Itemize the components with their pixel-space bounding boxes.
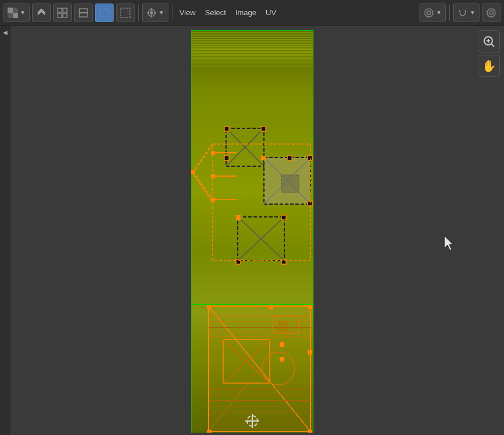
svg-rect-66: [281, 259, 286, 264]
svg-rect-50: [281, 175, 299, 192]
svg-rect-15: [151, 15, 152, 17]
svg-rect-7: [63, 13, 67, 17]
svg-rect-65: [281, 215, 286, 220]
checker-display-btn[interactable]: ▼: [3, 3, 30, 22]
svg-rect-59: [224, 156, 229, 160]
svg-rect-16: [147, 12, 149, 13]
svg-rect-100: [269, 304, 273, 309]
svg-rect-5: [63, 8, 67, 12]
left-sidebar: ◀: [0, 26, 10, 435]
svg-rect-94: [279, 322, 287, 331]
overlay-btn[interactable]: [482, 3, 501, 22]
mouse-cursor: [445, 236, 456, 248]
pan-btn[interactable]: ✋: [478, 55, 500, 77]
right-panel: ✋: [474, 26, 504, 84]
svg-rect-62: [308, 156, 312, 160]
svg-rect-96: [308, 304, 312, 309]
svg-line-43: [193, 172, 213, 199]
svg-rect-4: [58, 8, 62, 12]
snap-magnet-btn[interactable]: ▼: [453, 3, 480, 22]
svg-rect-0: [8, 8, 13, 13]
snap-btn[interactable]: ▼: [142, 3, 168, 22]
sep2: [172, 5, 172, 21]
svg-point-19: [427, 11, 431, 15]
svg-marker-105: [445, 236, 453, 250]
svg-point-13: [150, 11, 153, 15]
svg-rect-14: [151, 8, 152, 10]
view-menu[interactable]: View: [176, 6, 199, 19]
uv-menu[interactable]: UV: [262, 6, 280, 19]
svg-rect-64: [236, 215, 241, 220]
island-mode-btn[interactable]: [116, 3, 135, 22]
svg-rect-71: [191, 170, 195, 174]
svg-rect-58: [261, 127, 266, 131]
svg-rect-11: [121, 8, 130, 17]
sep1: [138, 5, 139, 21]
zoom-in-btn[interactable]: [478, 30, 500, 52]
svg-rect-103: [280, 357, 284, 362]
svg-rect-60: [261, 156, 266, 160]
svg-point-18: [425, 9, 433, 17]
svg-rect-102: [280, 342, 284, 347]
svg-point-23: [489, 10, 494, 15]
svg-rect-98: [207, 430, 212, 433]
vert-mode-btn[interactable]: [53, 3, 72, 22]
svg-rect-2: [13, 8, 18, 13]
canvas-area[interactable]: [10, 26, 504, 435]
image-menu[interactable]: Image: [232, 6, 260, 19]
sep3: [449, 5, 450, 21]
svg-rect-17: [154, 12, 156, 13]
svg-rect-63: [308, 201, 312, 206]
svg-rect-10: [100, 9, 108, 17]
svg-rect-95: [207, 304, 212, 309]
svg-rect-57: [224, 127, 229, 131]
proportional-btn[interactable]: ▼: [420, 3, 446, 22]
svg-rect-1: [13, 13, 18, 18]
select-menu[interactable]: Select: [202, 6, 230, 19]
toolbar: ▼: [0, 0, 504, 26]
sidebar-collapse-arrow[interactable]: ◀: [3, 29, 8, 36]
uv-canvas[interactable]: [191, 30, 313, 433]
svg-rect-99: [308, 430, 312, 433]
svg-rect-61: [287, 156, 292, 160]
svg-line-107: [491, 44, 494, 47]
face-mode-btn[interactable]: [95, 3, 114, 22]
sync-btn[interactable]: [32, 3, 51, 22]
svg-rect-101: [308, 350, 312, 355]
edge-mode-btn[interactable]: [74, 3, 93, 22]
svg-rect-67: [236, 259, 241, 264]
3d-cursor: [252, 407, 266, 421]
svg-rect-3: [8, 13, 13, 18]
svg-rect-6: [58, 13, 62, 17]
